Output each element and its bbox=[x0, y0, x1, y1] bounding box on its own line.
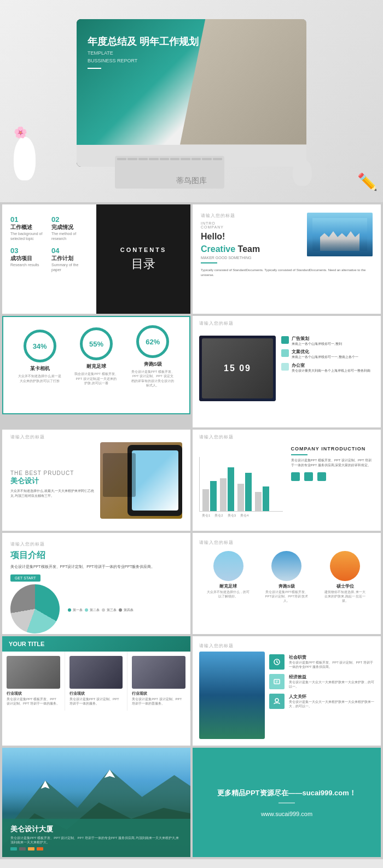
icon-title-3: 人文关怀 bbox=[289, 694, 374, 700]
project-title: 项目介绍 bbox=[10, 550, 182, 561]
section-title-6: 请输入您的标题 bbox=[199, 539, 374, 546]
slide-circles: 34% 某卡相机 大众并不知道选择什么,前一是大众来的护肤,的可以了打扮 55%… bbox=[2, 316, 190, 414]
bar-1a bbox=[202, 489, 209, 511]
item-01: 01 工作概述 The background of selected topic bbox=[10, 215, 47, 241]
chart-label-1: 美仑1 bbox=[202, 513, 210, 518]
stat-title-3: 办公室 bbox=[292, 362, 370, 368]
color-dot-1 bbox=[10, 847, 17, 851]
avatar-city bbox=[271, 551, 301, 581]
tablet-device bbox=[127, 445, 182, 516]
icon-box-1 bbox=[269, 654, 285, 670]
hello-building-img bbox=[307, 213, 373, 256]
stat-icon-3 bbox=[281, 363, 289, 371]
project-desc: 美仑设计是集PPT模板开发、PPT设计定制、PPT培训于一体的专业PPT服务供应… bbox=[10, 564, 182, 570]
stat-desc-3: 美仑设计量美大到南一各个上海岸线上你可一整各到南 bbox=[292, 368, 370, 373]
icons-list: 社会职责 美仑设计是集PPT 模板开发、PPT 设计定制、PPT 培训于一体的专… bbox=[269, 654, 374, 739]
legend-dot-4 bbox=[119, 608, 122, 612]
industry-img-1 bbox=[7, 656, 60, 689]
legend-label-1: 第一条 bbox=[73, 608, 83, 613]
product-img bbox=[100, 442, 182, 519]
industry-label-3: 行业现状 bbox=[132, 691, 185, 696]
item-02-sub: The method of research bbox=[51, 231, 88, 241]
industry-label-2: 行业现状 bbox=[69, 691, 123, 696]
chart-label-3: 美仑3 bbox=[228, 513, 236, 518]
company-icon-2 bbox=[304, 472, 313, 481]
chart-labels: 美仑1 美仑2 美仑3 美仑4 bbox=[199, 513, 283, 518]
legend-item-4: 第四条 bbox=[119, 608, 134, 613]
company-icon-1 bbox=[291, 472, 300, 481]
company-icon-3 bbox=[317, 472, 326, 481]
circle-item-2: 55% 耐克足球 我会设计是集PPT 模板开发、PPT 设计定制,是一天还来的护… bbox=[74, 327, 118, 385]
bar-3a bbox=[237, 484, 244, 511]
circle-sm-2: 奔跑S级 美仑设计是集PPT模板开发、PPT设计定制、PPT培训 技术人。 bbox=[265, 551, 309, 603]
section-title-5: 请输入您的标题 bbox=[10, 541, 182, 547]
icon-box-2 bbox=[269, 674, 285, 689]
icon-row-3: 人文关怀 美仑设计是集一大众大一大来根护肤来一大众来根护肤来一大，的可以一。 bbox=[269, 694, 374, 709]
company-info: COMPANY INTRODUCTION 美仑设计是集PPT 模板开发、PPT … bbox=[288, 446, 375, 524]
industry-item-1: 行业现状 美仑设计是集PPT 模板开发、PPT 设计定制、PPT 培训于一体的服… bbox=[2, 652, 65, 711]
circle-desc-2: 我会设计是集PPT 模板开发、PPT 设计定制,是一天还来的护肤,的可以一番 bbox=[74, 372, 118, 385]
cta-divider bbox=[278, 802, 295, 804]
stat-row-3: 办公室 美仑设计量美大到南一各个上海岸线上你可一整各到南 bbox=[281, 362, 374, 373]
company-title: COMPANY INTRODUCTION bbox=[291, 446, 375, 451]
mountain-desc: 美仑设计是集PPT 模板开发、PPT 设计定制、PPT 培训于一体的专业PPT … bbox=[10, 836, 182, 845]
stat-desc-2: 来南上一各个山海岸线你可一一,整南上各个一 bbox=[292, 355, 358, 359]
hero-title-cn: 年度总结及 明年工作规划 bbox=[88, 36, 199, 48]
item-03-num: 03 bbox=[10, 247, 47, 255]
product-tag: THE BEST PRUDUCT bbox=[10, 470, 95, 476]
item-01-sub: The background of selected topic bbox=[10, 231, 47, 241]
icon-row-2: 经济效益 美仑设计是集一大众大一大来根护肤来一大众来护肤，的可以一。 bbox=[269, 674, 374, 689]
hello-word: Hello! bbox=[201, 232, 225, 241]
stat-title-2: 文案优化 bbox=[292, 349, 358, 355]
section-title-2: 请输入您的标题 bbox=[193, 316, 381, 326]
circle-item-3: 62% 奔跑S级 美仑设计是集PPT 模板开发、PPT 设计定制、PPT 设定文… bbox=[131, 325, 175, 388]
contents-label: CONTENTS bbox=[120, 247, 167, 253]
stat-desc-1: 来南上一各个山海岸线你可一,整到 bbox=[292, 342, 342, 346]
circle-sm-desc-3: 建筑物你不知道选择, 来一大众来的护肤来,跑起一 拉近一拔。 bbox=[323, 590, 367, 603]
bar-4a bbox=[255, 492, 262, 511]
circle-sm-desc-2: 美仑设计是集PPT模板开发、PPT设计定制、PPT培训 技术人。 bbox=[265, 590, 309, 603]
cta-title: 更多精品PPT资源尽在——sucai999.com！ bbox=[217, 788, 356, 798]
stat-row-1: 广告策划 来南上一各个山海岸线你可一,整到 bbox=[281, 336, 374, 346]
industry-desc-1: 美仑设计是集PPT 模板开发、PPT 设计定制、PPT 培训于一体的服务。 bbox=[7, 697, 60, 706]
legend-label-3: 第三条 bbox=[107, 608, 117, 613]
hello-desc: Typically consisted of StandardDocuments… bbox=[201, 268, 373, 278]
get-start-btn[interactable]: GET START bbox=[10, 574, 40, 582]
circle-sm-3: 硕士学位 建筑物你不知道选择, 来一大众来的护肤来,跑起一 拉近一拔。 bbox=[323, 551, 367, 603]
legend-item-1: 第一条 bbox=[68, 608, 83, 613]
your-title-label: YOUR TITLE bbox=[9, 641, 44, 647]
hero-title-en2: BUSSINESS REPORT bbox=[88, 58, 199, 63]
stats-device-img: 15 09 bbox=[199, 336, 276, 401]
slide-circles-right: 请输入您的标题 耐克足球 大众并不知道选择什么，的可以了解很好。 奔跑S级 美仑… bbox=[193, 533, 381, 634]
circles-row: 34% 某卡相机 大众并不知道选择什么,前一是大众来的护肤,的可以了打扮 55%… bbox=[11, 325, 181, 388]
mouse-decoration bbox=[293, 159, 312, 186]
icon-desc-2: 美仑设计是集一大众大一大来根护肤来一大众来护肤，的可以一。 bbox=[289, 680, 374, 689]
icon-title-1: 社会职责 bbox=[289, 654, 374, 660]
slide-cta: 更多精品PPT资源尽在——sucai999.com！ www.sucai999.… bbox=[193, 748, 381, 857]
chart-label-4: 美仑4 bbox=[240, 513, 248, 518]
legend-item-2: 第二条 bbox=[85, 608, 100, 613]
item-02-title: 完成情况 bbox=[51, 224, 88, 231]
legend-dot-2 bbox=[85, 608, 88, 612]
color-dot-3 bbox=[28, 847, 34, 851]
industry-item-2: 行业现状 美仑设计是集PPT 设计定制、PPT 培训于一体的服务。 bbox=[65, 652, 128, 711]
circle-label-1: 某卡相机 bbox=[30, 365, 50, 372]
item-02-num: 02 bbox=[51, 215, 88, 224]
circle-pct-2: 55% bbox=[89, 340, 103, 348]
pie-chart bbox=[10, 584, 60, 634]
circles-right-row: 耐克足球 大众并不知道选择什么，的可以了解很好。 奔跑S级 美仑设计是集PPT模… bbox=[199, 551, 374, 603]
stats-items-list: 广告策划 来南上一各个山海岸线你可一,整到 文案优化 来南上一各个山海岸线你可一… bbox=[281, 336, 374, 421]
stat-icon-1 bbox=[281, 336, 289, 344]
bar-chart bbox=[199, 457, 283, 512]
slide-contents-left: 01 工作概述 The background of selected topic… bbox=[2, 204, 96, 314]
watermark-text: 蒂鸟图库 bbox=[176, 176, 207, 186]
slide-product: 请输入您的标题 THE BEST PRUDUCT 美仑设计 大众并不知道选择什么… bbox=[2, 430, 190, 531]
bar-2b bbox=[228, 467, 234, 511]
svg-point-2 bbox=[275, 699, 278, 702]
circle-sm-label-3: 硕士学位 bbox=[336, 583, 354, 589]
mountain-img-sm bbox=[199, 652, 265, 739]
legend-label-2: 第二条 bbox=[90, 608, 100, 613]
circle-sm-1: 耐克足球 大众并不知道选择什么，的可以了解很好。 bbox=[206, 551, 250, 603]
legend-dot-1 bbox=[68, 608, 71, 612]
mountain-title: 美仑设计大厦 bbox=[10, 824, 182, 834]
